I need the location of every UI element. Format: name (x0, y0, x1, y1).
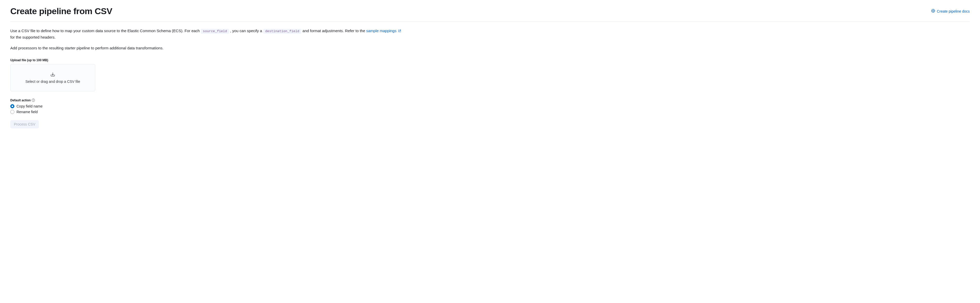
description-paragraph-2: Add processors to the resulting starter … (10, 45, 404, 51)
desc-text-1: Use a CSV file to define how to map your… (10, 29, 201, 33)
upload-label: Upload file (up to 100 MB) (10, 59, 970, 62)
create-pipeline-docs-link[interactable]: Create pipeline docs (931, 9, 970, 14)
upload-prompt: Select or drag and drop a CSV file (25, 79, 80, 84)
radio-rename-label: Rename field (16, 110, 38, 114)
docs-link-text: Create pipeline docs (937, 9, 970, 13)
default-action-radio-group: Copy field name Rename field (10, 104, 970, 114)
page-title: Create pipeline from CSV (10, 6, 112, 16)
info-icon[interactable] (32, 98, 35, 102)
sample-mappings-text: sample mappings (366, 29, 396, 33)
process-csv-button[interactable]: Process CSV (10, 120, 39, 128)
svg-point-8 (33, 100, 33, 100)
description-paragraph-1: Use a CSV file to define how to map your… (10, 28, 404, 40)
page-header: Create pipeline from CSV Create pipeline… (10, 6, 970, 22)
code-source-field: source_field (201, 29, 229, 34)
code-destination-field: destination_field (263, 29, 302, 34)
import-icon (50, 72, 55, 77)
default-action-section: Default action Copy field name Rename fi… (10, 98, 970, 114)
desc-text-4: for the supported headers. (10, 35, 56, 40)
default-action-label-text: Default action (10, 98, 30, 102)
default-action-label: Default action (10, 98, 970, 102)
radio-indicator (10, 110, 14, 114)
radio-copy-label: Copy field name (16, 104, 43, 108)
svg-point-1 (933, 10, 934, 11)
desc-text-2: , you can specify a (230, 29, 263, 33)
upload-section: Upload file (up to 100 MB) Select or dra… (10, 59, 970, 91)
radio-indicator-selected (10, 104, 14, 108)
sample-mappings-link[interactable]: sample mappings (366, 29, 401, 33)
desc-text-3: and format adjustments. Refer to the (302, 29, 366, 33)
help-icon (931, 9, 935, 14)
external-link-icon (398, 29, 401, 33)
file-upload-dropzone[interactable]: Select or drag and drop a CSV file (10, 64, 95, 91)
radio-rename-field[interactable]: Rename field (10, 110, 970, 114)
radio-copy-field-name[interactable]: Copy field name (10, 104, 970, 108)
